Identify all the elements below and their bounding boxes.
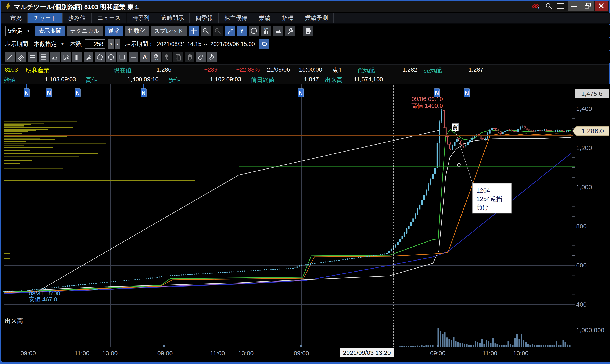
bid-label: 買気配: [357, 66, 375, 74]
search-icon[interactable]: [542, 1, 555, 11]
crosshair-icon[interactable]: [189, 26, 199, 36]
low-annotation: 08/31 15:00: [29, 290, 60, 297]
hand-icon[interactable]: [185, 52, 194, 62]
total-volume: 11,574,100: [354, 76, 383, 83]
link-count: 1: [538, 6, 539, 10]
toolbar-button-スプレッド[interactable]: スプレッド: [150, 26, 187, 36]
close-button[interactable]: [595, 1, 608, 11]
minimize-button[interactable]: [568, 1, 581, 11]
svg-text:買: 買: [452, 124, 458, 130]
zoom-out-icon[interactable]: [213, 26, 223, 36]
news-marker[interactable]: N: [141, 84, 146, 97]
x-axis-label: 13:00: [238, 350, 254, 357]
interval-select[interactable]: 5分足▼: [5, 26, 33, 36]
quote-time: 15:00:00: [299, 66, 322, 73]
speed-lines-icon[interactable]: [84, 52, 94, 62]
tab-指標[interactable]: 指標: [276, 13, 299, 23]
tab-ニュース[interactable]: ニュース: [92, 13, 127, 23]
tab-歩み値[interactable]: 歩み値: [63, 13, 92, 23]
count-mode-select[interactable]: 本数指定▼: [31, 39, 67, 49]
pin-icon[interactable]: [162, 52, 172, 62]
buy-marker[interactable]: 買: [452, 124, 459, 131]
quote-row-2: 始値 1,103 09:03 高値 1,400 09:10 安値 1,102 0…: [1, 75, 609, 84]
news-marker[interactable]: N: [24, 84, 29, 97]
fib-retracement-icon[interactable]: [27, 52, 37, 62]
x-axis-label: 09:00: [430, 350, 446, 357]
app-window: マルチツール(個別銘柄) 8103 明和産業 東１ 1 市況チャート歩み値ニュー…: [0, 0, 610, 364]
count-up-button[interactable]: ▲: [115, 39, 120, 49]
count-down-button[interactable]: ▼: [108, 39, 114, 49]
tab-株主優待[interactable]: 株主優待: [218, 13, 253, 23]
mountain-chart-icon[interactable]: [273, 26, 283, 36]
restore-button[interactable]: [581, 1, 594, 11]
toolbar-button-指数化[interactable]: 指数化: [125, 26, 149, 36]
tab-業績予測[interactable]: 業績予測: [299, 13, 334, 23]
bid-price: 1,282: [402, 66, 417, 73]
tab-市況[interactable]: 市況: [5, 13, 28, 23]
toolbar-button-通常[interactable]: 通常: [105, 26, 123, 36]
yen-icon[interactable]: ¥: [237, 26, 247, 36]
trendline-icon[interactable]: [5, 52, 15, 62]
tab-時系列[interactable]: 時系列: [126, 13, 155, 23]
x-axis-label: 13:00: [513, 350, 529, 357]
stock-name: 明和産業: [26, 66, 50, 74]
bar-count-input[interactable]: [85, 39, 106, 49]
my-chart-icon[interactable]: MY: [261, 26, 271, 36]
horizontal-line-icon[interactable]: [129, 52, 138, 62]
volume-pane-label: 出来高: [5, 317, 23, 324]
news-marker[interactable]: N: [434, 84, 440, 97]
title-bar: マルチツール(個別銘柄) 8103 明和産業 東１ 1: [1, 1, 609, 12]
x-axis-label: 09:00: [294, 350, 309, 357]
ellipse-icon[interactable]: [106, 52, 116, 62]
tab-チャート[interactable]: チャート: [28, 13, 63, 23]
news-marker[interactable]: N: [75, 84, 81, 97]
vertical-lines-icon[interactable]: [72, 52, 82, 62]
low-label: 安値: [169, 76, 181, 84]
tab-適時開示[interactable]: 適時開示: [155, 13, 190, 23]
price-chart: 1,4001,2001,0008006004001,475.6出来高1,000,…: [2, 84, 610, 362]
prev-close-label: 前日終値: [251, 76, 274, 84]
emoji-stamp-icon[interactable]: ICON: [151, 52, 161, 62]
info-icon[interactable]: i: [249, 26, 259, 36]
parallel-lines-icon[interactable]: [16, 52, 26, 62]
svg-text:N: N: [47, 90, 51, 96]
fib-arc-icon[interactable]: [50, 52, 60, 62]
menu-icon[interactable]: [554, 1, 567, 11]
drawing-toolbar: AICONA: [1, 51, 610, 63]
high-price: 1,400 09:10: [127, 76, 159, 83]
zoom-in-icon[interactable]: [201, 26, 211, 36]
news-marker[interactable]: N: [46, 84, 52, 97]
svg-text:i: i: [253, 29, 255, 33]
svg-text:A: A: [142, 54, 147, 61]
link-icon[interactable]: 1: [530, 1, 541, 11]
printer-icon[interactable]: [303, 26, 313, 36]
eraser-all-icon[interactable]: A: [207, 52, 217, 62]
fib-fan-icon[interactable]: [61, 52, 71, 62]
copy-icon[interactable]: [174, 52, 183, 62]
pencil-icon[interactable]: [225, 26, 235, 36]
tab-四季報[interactable]: 四季報: [190, 13, 218, 23]
svg-text:N: N: [435, 90, 439, 96]
tab-業績[interactable]: 業績: [253, 13, 276, 23]
toolbar-button-表示期間[interactable]: 表示期間: [35, 26, 65, 36]
horizontal-lines-icon[interactable]: [39, 52, 49, 62]
pentagon-icon[interactable]: [95, 52, 105, 62]
toolbar-button-テクニカル[interactable]: テクニカル: [67, 26, 103, 36]
rectangle-icon[interactable]: [117, 52, 127, 62]
text-icon[interactable]: A: [140, 52, 149, 62]
note-tooltip[interactable]: 12641254逆指負け: [473, 183, 511, 213]
svg-text:高値 1400.0: 高値 1400.0: [411, 103, 443, 109]
quote-date: 21/09/06: [267, 66, 290, 73]
svg-text:負け: 負け: [476, 204, 489, 211]
wrench-icon[interactable]: [285, 26, 295, 36]
volume-label: 出来高: [325, 76, 343, 84]
price-change: +239: [204, 66, 217, 73]
eraser-icon[interactable]: [196, 52, 206, 62]
reset-period-icon[interactable]: [259, 39, 269, 49]
chart-canvas[interactable]: 1,4001,2001,0008006004001,475.6出来高1,000,…: [2, 84, 610, 362]
news-marker[interactable]: N: [464, 84, 470, 97]
high-annotation: 09/06 09:10: [412, 96, 443, 102]
svg-text:¥: ¥: [240, 28, 244, 34]
svg-text:ICON: ICON: [154, 59, 158, 61]
news-marker[interactable]: N: [298, 84, 303, 97]
